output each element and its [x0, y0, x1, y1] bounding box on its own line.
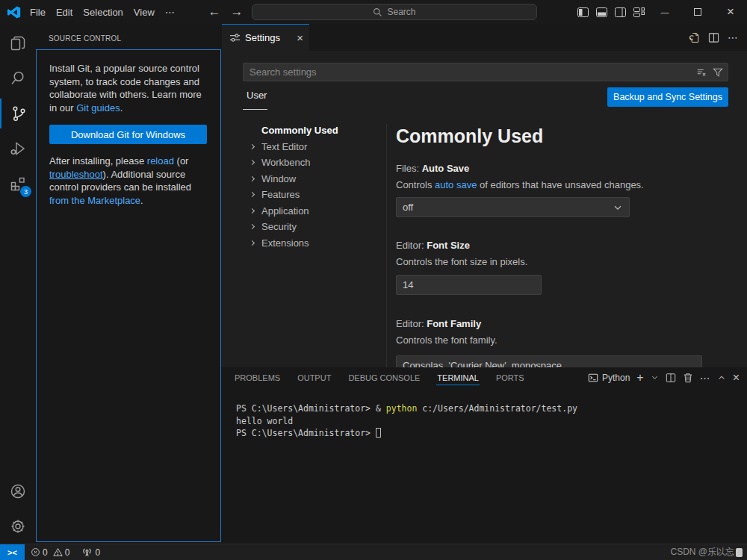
remote-indicator[interactable]: >< — [0, 544, 25, 560]
tab-close-icon[interactable]: × — [297, 31, 303, 44]
settings-gear-icon[interactable] — [0, 511, 36, 541]
panel-tab-terminal[interactable]: TERMINAL — [433, 367, 483, 388]
window-minimize-button[interactable]: — — [648, 0, 681, 24]
nav-forward-icon[interactable]: → — [226, 0, 248, 24]
titlebar-search-box[interactable]: Search — [252, 4, 537, 20]
chevron-down-icon — [613, 202, 623, 213]
terminal-line-3: PS C:\Users\Administrator> — [236, 428, 376, 438]
menu-more[interactable]: ⋯ — [160, 7, 180, 18]
kill-terminal-icon[interactable] — [683, 373, 693, 383]
toc-workbench[interactable]: Workbench — [243, 155, 374, 171]
setting-editor-fontsize-title: Editor: Font Size — [396, 240, 470, 251]
run-debug-icon[interactable] — [0, 134, 36, 164]
panel-tabs: PROBLEMS OUTPUT DEBUG CONSOLE TERMINAL P… — [230, 367, 529, 388]
sidebar-source-control: SOURCE CONTROL Install Git, a popular so… — [36, 24, 221, 544]
toc-text-editor[interactable]: Text Editor — [243, 139, 374, 155]
terminal-icon — [588, 373, 598, 383]
git-guides-link[interactable]: Git guides — [76, 102, 120, 113]
settings-toc: Commonly Used Text Editor Workbench Wind… — [243, 122, 374, 251]
toc-security[interactable]: Security — [243, 219, 374, 235]
terminal-output[interactable]: PS C:\Users\Administrator> & python c:/U… — [236, 402, 577, 440]
errors-icon — [31, 547, 40, 557]
toc-application[interactable]: Application — [243, 203, 374, 220]
sidebar-title: SOURCE CONTROL — [49, 34, 121, 43]
fontsize-input[interactable]: 14 — [396, 275, 542, 295]
toc-features[interactable]: Features — [243, 187, 374, 203]
problems-status[interactable]: 0 0 — [31, 547, 69, 558]
troubleshoot-link[interactable]: troubleshoot — [49, 169, 103, 180]
source-control-icon[interactable] — [0, 99, 36, 128]
status-bar: >< 0 0 0 CSDN @乐以忘 — [0, 544, 747, 560]
window-maximize-button[interactable] — [681, 0, 714, 24]
toc-commonly-used[interactable]: Commonly Used — [243, 122, 374, 139]
menu-edit[interactable]: Edit — [51, 7, 78, 18]
fontfamily-input[interactable]: Consolas, 'Courier New', monospace — [396, 355, 702, 367]
tab-settings[interactable]: Settings × — [222, 24, 309, 51]
toc-divider — [386, 124, 387, 367]
terminal-shell-select[interactable]: Python — [588, 373, 630, 383]
terminal-dropdown-icon[interactable] — [651, 373, 659, 382]
toggle-secondary-sidebar-icon[interactable] — [611, 0, 630, 24]
search-icon — [373, 7, 382, 17]
scm-welcome-paragraph-2: After installing, please reload (or trou… — [49, 155, 206, 207]
close-panel-icon[interactable]: × — [733, 371, 740, 385]
watermark-glyph — [736, 548, 743, 557]
panel: PROBLEMS OUTPUT DEBUG CONSOLE TERMINAL P… — [221, 367, 747, 544]
panel-tab-output[interactable]: OUTPUT — [293, 367, 335, 388]
panel-tab-debug-console[interactable]: DEBUG CONSOLE — [344, 367, 424, 388]
menu-view[interactable]: View — [128, 7, 160, 18]
panel-tab-problems[interactable]: PROBLEMS — [230, 367, 285, 388]
terminal-line-2: hello world — [236, 416, 293, 426]
editor-area: Settings × ⋯ User Backup and Sync Settin… — [221, 24, 747, 367]
activity-bar: 3 — [0, 24, 36, 544]
settings-scope-user-tab[interactable]: User — [247, 90, 267, 101]
menu-bar: File Edit Selection View ⋯ — [25, 0, 180, 24]
setting-files-autosave-title: Files: Auto Save — [396, 163, 469, 174]
marketplace-link[interactable]: from the Marketplace — [49, 195, 140, 206]
setting-editor-fontfamily-desc: Controls the font family. — [396, 335, 498, 346]
toc-window[interactable]: Window — [243, 171, 374, 187]
customize-layout-icon[interactable] — [630, 0, 648, 24]
search-view-icon[interactable] — [0, 63, 36, 93]
csdn-watermark: CSDN @乐以忘 — [670, 546, 743, 559]
split-terminal-icon[interactable] — [666, 373, 676, 383]
setting-editor-fontsize-desc: Controls the font size in pixels. — [396, 256, 527, 267]
settings-sliders-icon — [229, 32, 241, 43]
titlebar-search-label: Search — [387, 7, 415, 17]
account-icon[interactable] — [0, 476, 36, 506]
menu-file[interactable]: File — [25, 7, 51, 18]
autosave-select[interactable]: off — [396, 197, 630, 217]
settings-scope-underline — [243, 109, 267, 110]
settings-body: Commonly Used Files: Auto Save Controls … — [396, 24, 747, 367]
reload-link[interactable]: reload — [147, 155, 174, 167]
errors-count: 0 — [43, 547, 48, 558]
panel-tab-ports[interactable]: PORTS — [492, 367, 529, 388]
extensions-icon[interactable]: 3 — [0, 169, 36, 199]
maximize-panel-icon[interactable] — [717, 373, 726, 382]
warnings-icon — [53, 547, 63, 557]
ports-count: 0 — [95, 547, 100, 558]
download-git-button[interactable]: Download Git for Windows — [49, 125, 207, 144]
nav-back-icon[interactable]: ← — [203, 0, 226, 24]
vscode-logo-icon — [7, 5, 21, 19]
warnings-count: 0 — [65, 547, 70, 558]
window-close-button[interactable]: × — [714, 0, 747, 24]
tab-settings-label: Settings — [245, 32, 292, 43]
broadcast-icon — [81, 547, 93, 558]
menu-selection[interactable]: Selection — [78, 7, 128, 18]
explorer-icon[interactable] — [0, 28, 36, 58]
title-bar: File Edit Selection View ⋯ ← → Search — … — [0, 0, 747, 24]
toc-extensions[interactable]: Extensions — [243, 235, 374, 252]
auto-save-link[interactable]: auto save — [435, 179, 477, 190]
extensions-badge: 3 — [20, 186, 31, 197]
settings-heading: Commonly Used — [396, 125, 543, 147]
terminal-cursor — [376, 428, 381, 438]
panel-more-actions-icon[interactable]: ⋯ — [700, 372, 710, 384]
toggle-panel-icon[interactable] — [592, 0, 611, 24]
new-terminal-icon[interactable]: + — [636, 371, 643, 385]
vscode-window: File Edit Selection View ⋯ ← → Search — … — [0, 0, 747, 560]
ports-status[interactable]: 0 — [81, 547, 100, 558]
toggle-sidebar-icon[interactable] — [574, 0, 592, 24]
setting-files-autosave-desc: Controls auto save of editors that have … — [396, 179, 644, 190]
scm-welcome-paragraph-1: Install Git, a popular source control sy… — [49, 62, 206, 114]
